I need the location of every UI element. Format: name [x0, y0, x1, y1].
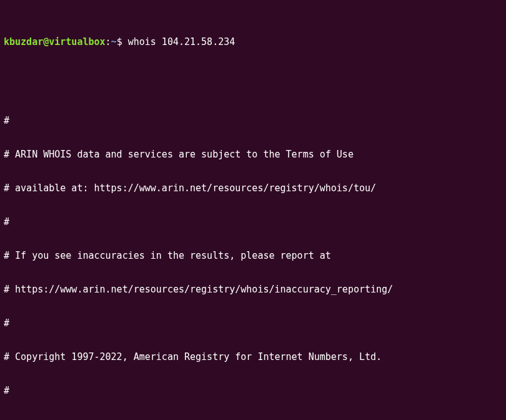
prompt-user-host: kbuzdar@virtualbox: [4, 36, 106, 48]
comment-line: # Copyright 1997-2022, American Registry…: [4, 351, 502, 362]
comment-line: #: [4, 318, 502, 329]
blank-line: [4, 70, 502, 81]
prompt-colon: :: [106, 36, 111, 48]
prompt-line: kbuzdar@virtualbox:~$ whois 104.21.58.23…: [4, 36, 502, 48]
prompt-cwd: ~: [111, 36, 117, 48]
comment-line: # https://www.arin.net/resources/registr…: [4, 284, 502, 295]
comment-line: #: [4, 115, 502, 126]
comment-line: # ARIN WHOIS data and services are subje…: [4, 149, 502, 160]
comment-line: #: [4, 385, 502, 396]
prompt-dollar: $: [117, 36, 122, 48]
terminal-window[interactable]: kbuzdar@virtualbox:~$ whois 104.21.58.23…: [0, 0, 506, 420]
command-text: whois 104.21.58.234: [128, 36, 236, 48]
comment-line: #: [4, 216, 502, 228]
comment-line: # If you see inaccuracies in the results…: [4, 250, 502, 261]
comment-line: # available at: https://www.arin.net/res…: [4, 182, 502, 194]
